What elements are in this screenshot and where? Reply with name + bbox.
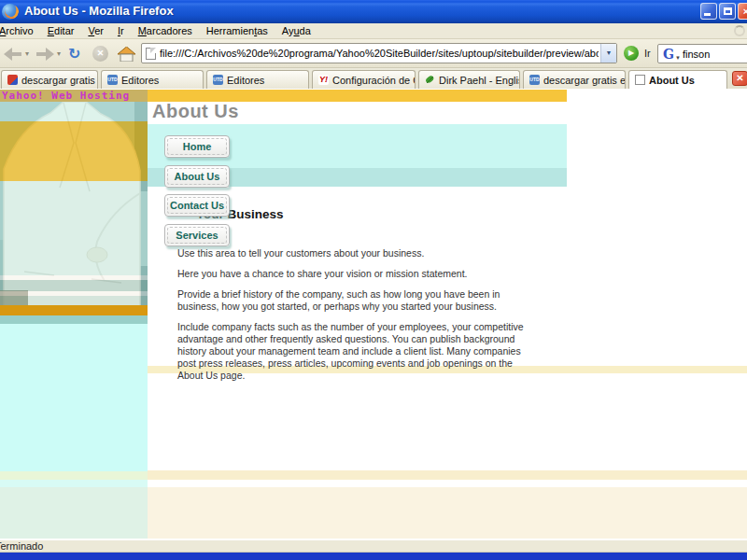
window-controls: ×	[700, 3, 747, 20]
back-dropdown-icon[interactable]: ▾	[25, 39, 29, 68]
forward-button[interactable]	[35, 39, 54, 68]
menu-item-ayuda[interactable]: Ayuda	[275, 24, 318, 37]
close-window-button[interactable]: ×	[738, 3, 747, 20]
maximize-button[interactable]	[719, 3, 736, 20]
paragraph: Use this area to tell your customers abo…	[177, 247, 532, 259]
page-favicon	[635, 75, 645, 85]
url-input[interactable]	[156, 48, 600, 59]
google-icon: G	[663, 48, 674, 61]
url-history-dropdown[interactable]: ▼	[600, 44, 616, 63]
site-banner: Yahoo! Web Hosting	[0, 90, 148, 102]
page-favicon	[146, 48, 156, 60]
horizontal-stripe	[148, 470, 747, 480]
paragraph: Include company facts such as the number…	[177, 321, 532, 382]
nav-button-services[interactable]: Services	[164, 224, 230, 246]
title-bar: About Us - Mozilla Firefox ×	[0, 0, 747, 23]
horizontal-stripe	[148, 487, 747, 539]
search-input[interactable]	[683, 49, 747, 60]
go-label: Ir	[644, 48, 651, 59]
utd-favicon: UTD	[213, 75, 223, 85]
menu-bar: Archivo Editar Ver Ir Marcadores Herrami…	[0, 23, 747, 39]
menu-item-herramientas[interactable]: Herramientas	[199, 24, 275, 37]
nav-button-about-us[interactable]: About Us	[164, 165, 230, 188]
address-bar[interactable]: ▼	[141, 43, 617, 63]
home-button[interactable]	[118, 39, 135, 68]
menu-item-editar[interactable]: Editar	[40, 24, 82, 37]
close-tab-button[interactable]: ✕	[732, 71, 747, 86]
site-favicon	[7, 75, 18, 85]
status-text: Terminado	[0, 540, 43, 552]
page-title: About Us	[152, 101, 239, 122]
yahoo-favicon: Y!	[318, 75, 329, 85]
tab-descargar-2[interactable]: UTD descargar gratis esp...	[523, 70, 626, 89]
left-column-band	[0, 324, 148, 471]
utd-favicon: UTD	[107, 75, 118, 85]
tab-editores-1[interactable]: UTD Editores	[101, 70, 204, 89]
search-box[interactable]: G ▼	[657, 44, 747, 63]
leaf-favicon	[425, 75, 435, 85]
tab-configuracion[interactable]: Y! Configuración de Co...	[312, 70, 416, 89]
menu-item-ir[interactable]: Ir	[110, 24, 132, 37]
menu-item-marcadores[interactable]: Marcadores	[131, 24, 200, 37]
tab-dirk-paehl[interactable]: Dirk Paehl - English f...	[418, 70, 520, 89]
firefox-icon	[2, 4, 18, 20]
status-bar: Terminado	[0, 539, 747, 553]
activity-throbber-icon	[734, 25, 745, 36]
tab-editores-2[interactable]: UTD Editores	[206, 70, 309, 89]
forward-dropdown-icon[interactable]: ▾	[57, 39, 61, 68]
body-text: Use this area to tell your customers abo…	[177, 247, 532, 390]
page-content: Yahoo! Web Hosting	[0, 89, 747, 539]
back-button[interactable]	[4, 39, 22, 68]
business-person-photo	[0, 102, 148, 324]
utd-favicon: UTD	[529, 75, 540, 85]
tab-descargar-1[interactable]: descargar gratis esp...	[1, 70, 98, 89]
tab-bar: descargar gratis esp... UTD Editores UTD…	[0, 68, 747, 89]
reload-button[interactable]: ↻	[68, 39, 80, 68]
minimize-button[interactable]	[700, 3, 717, 20]
left-column-band	[0, 471, 148, 480]
paragraph: Provide a brief history of the company, …	[177, 288, 532, 313]
taskbar-edge	[0, 553, 747, 560]
window-title: About Us - Mozilla Firefox	[24, 4, 174, 18]
nav-button-contact-us[interactable]: Contact Us	[164, 194, 230, 217]
left-column-band	[0, 480, 148, 487]
browser-window: About Us - Mozilla Firefox × Archivo Edi…	[0, 0, 747, 560]
search-engine-dropdown-icon[interactable]: ▼	[675, 55, 681, 61]
left-column-band	[0, 487, 148, 539]
menu-item-archivo[interactable]: Archivo	[0, 24, 41, 37]
tab-about-us-active[interactable]: About Us	[628, 70, 727, 89]
paragraph: Here you have a chance to share your vis…	[177, 268, 532, 280]
navigation-toolbar: ▾ ▾ ↻ ✕ ▼ ▶ Ir G ▼	[0, 39, 747, 68]
stop-button[interactable]: ✕	[92, 39, 108, 68]
site-banner-text: Yahoo! Web Hosting	[0, 90, 148, 102]
go-button[interactable]: ▶	[624, 46, 639, 61]
menu-item-ver[interactable]: Ver	[80, 24, 111, 37]
nav-button-home[interactable]: Home	[164, 135, 230, 158]
